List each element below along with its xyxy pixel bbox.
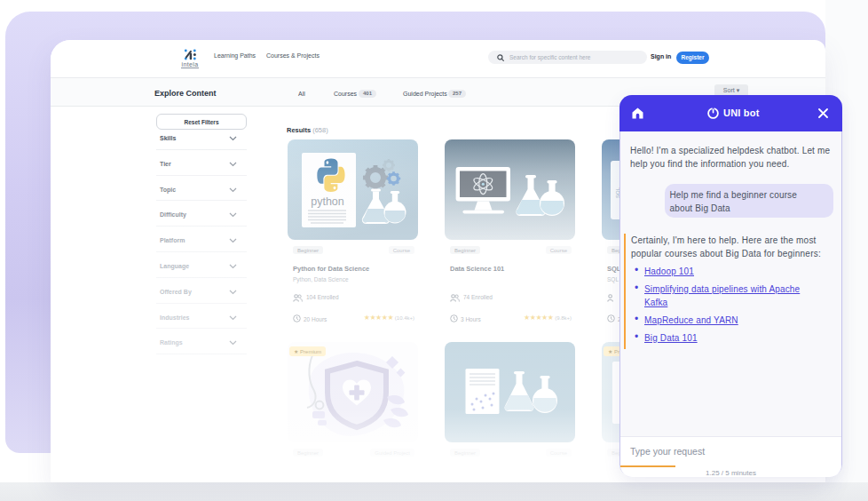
svg-text:python: python — [311, 195, 344, 208]
